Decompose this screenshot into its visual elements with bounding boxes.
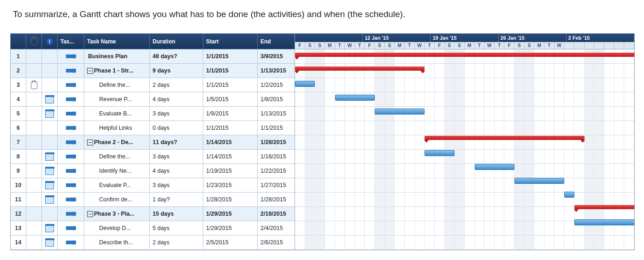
cell-duration[interactable]: 5 days — [150, 221, 203, 235]
cell-end[interactable]: 1/28/2015 — [258, 135, 295, 149]
col-end[interactable]: End — [258, 34, 295, 49]
cell-duration[interactable]: 2 days — [150, 236, 203, 249]
cell-name[interactable]: Phase 2 - De... — [84, 135, 150, 149]
cell-name[interactable]: Evaluate P... — [84, 178, 150, 192]
cell-end[interactable]: 2/4/2015 — [258, 221, 295, 235]
cell-end[interactable]: 1/28/2015 — [258, 193, 295, 206]
table-row[interactable]: 5 Evaluate B...3 days1/9/20151/13/2015 — [11, 107, 295, 121]
cell-end[interactable]: 1/13/2015 — [258, 107, 295, 121]
cell-start[interactable]: 1/1/2015 — [203, 121, 258, 135]
cell-start[interactable]: 1/28/2015 — [203, 193, 258, 206]
col-name[interactable]: Task Name — [84, 34, 150, 49]
table-row[interactable]: 14 Describe th...2 days2/5/20152/6/2015 — [11, 236, 295, 250]
task-bar[interactable] — [574, 219, 634, 225]
cell-end[interactable]: 2/18/2015 — [258, 207, 295, 221]
cell-start[interactable]: 1/29/2015 — [203, 221, 258, 235]
cell-name[interactable]: Business Plan — [84, 49, 150, 63]
summary-bar[interactable] — [295, 53, 634, 57]
cell-end[interactable]: 1/27/2015 — [258, 178, 295, 192]
cell-name[interactable]: Develop D... — [84, 221, 150, 235]
row-number: 1 — [11, 49, 26, 63]
table-row[interactable]: 1 Business Plan48 days?1/1/20153/9/2015 — [11, 49, 295, 64]
cell-name[interactable]: Helpful Links — [84, 121, 150, 135]
col-start[interactable]: Start — [203, 34, 258, 49]
day-header: T — [544, 42, 555, 49]
task-bar[interactable] — [564, 192, 574, 198]
table-row[interactable]: 3 Define the...2 days1/1/20151/2/2015 — [11, 78, 295, 92]
table-row[interactable]: 10 Evaluate P...3 days1/23/20151/27/2015 — [11, 178, 295, 193]
cell-name[interactable]: Identify Ne... — [84, 164, 150, 178]
cell-duration[interactable]: 3 days — [150, 150, 203, 163]
cell-start[interactable]: 1/14/2015 — [203, 135, 258, 149]
cell-start[interactable]: 1/19/2015 — [203, 164, 258, 178]
cell-end[interactable]: 1/22/2015 — [258, 164, 295, 178]
col-tas[interactable]: Tas... — [58, 34, 84, 49]
cell-duration[interactable]: 4 days — [150, 164, 203, 178]
task-bar[interactable] — [514, 178, 564, 184]
col-duration[interactable]: Duration — [150, 34, 203, 49]
table-row[interactable]: 7 Phase 2 - De...11 days?1/14/20151/28/2… — [11, 135, 295, 150]
row-number: 9 — [11, 164, 26, 178]
cell-end[interactable]: 1/2/2015 — [258, 78, 295, 92]
cell-start[interactable]: 1/1/2015 — [203, 78, 258, 92]
cell-end[interactable]: 1/13/2015 — [258, 64, 295, 78]
collapse-icon[interactable] — [87, 68, 93, 74]
cell-end[interactable]: 2/6/2015 — [258, 236, 295, 249]
cell-predecessor — [58, 49, 84, 63]
table-row[interactable]: 6 Helpful Links0 days1/1/20151/1/2015 — [11, 121, 295, 135]
table-row[interactable]: 8 Define the...3 days1/14/20151/16/2015 — [11, 150, 295, 164]
table-row[interactable]: 13 Develop D...5 days1/29/20152/4/2015 — [11, 221, 295, 236]
cell-start[interactable]: 1/14/2015 — [203, 150, 258, 163]
cell-start[interactable]: 1/29/2015 — [203, 207, 258, 221]
cell-name[interactable]: Evaluate B... — [84, 107, 150, 121]
summary-bar[interactable] — [574, 205, 634, 209]
cell-start[interactable]: 1/1/2015 — [203, 49, 258, 63]
cell-start[interactable]: 1/9/2015 — [203, 107, 258, 121]
cell-name[interactable]: Define the... — [84, 150, 150, 163]
cell-info — [42, 49, 58, 63]
cell-duration[interactable]: 11 days? — [150, 135, 203, 149]
summary-bar[interactable] — [295, 67, 425, 71]
cell-name[interactable]: Phase 1 - Str... — [84, 64, 150, 78]
day-header: F — [365, 42, 375, 49]
cell-end[interactable]: 3/9/2015 — [258, 49, 295, 63]
cell-duration[interactable]: 0 days — [150, 121, 203, 135]
task-bar[interactable] — [425, 150, 455, 156]
cell-duration[interactable]: 2 days — [150, 78, 203, 92]
cell-start[interactable]: 1/23/2015 — [203, 178, 258, 192]
cell-name[interactable]: Confirm de... — [84, 193, 150, 206]
table-row[interactable]: 9 Identify Ne...4 days1/19/20151/22/2015 — [11, 164, 295, 178]
cell-duration[interactable]: 9 days — [150, 64, 203, 78]
cell-name[interactable]: Define the... — [84, 78, 150, 92]
cell-name[interactable]: Revenue P... — [84, 92, 150, 106]
cell-start[interactable]: 2/5/2015 — [203, 236, 258, 249]
table-row[interactable]: 12 Phase 3 - Pla...15 days1/29/20152/18/… — [11, 207, 295, 221]
table-row[interactable]: 4 Revenue P...4 days1/5/20151/8/2015 — [11, 92, 295, 107]
task-bar[interactable] — [475, 164, 515, 170]
task-bar[interactable] — [335, 95, 375, 101]
cell-end[interactable]: 1/1/2015 — [258, 121, 295, 135]
cell-duration[interactable]: 3 days — [150, 107, 203, 121]
cell-duration[interactable]: 1 day? — [150, 193, 203, 206]
task-bar[interactable] — [375, 109, 425, 115]
cell-start[interactable]: 1/1/2015 — [203, 64, 258, 78]
cell-duration[interactable]: 3 days — [150, 178, 203, 192]
cell-duration[interactable]: 15 days — [150, 207, 203, 221]
table-row[interactable]: 11 Confirm de...1 day?1/28/20151/28/2015 — [11, 193, 295, 207]
cell-start[interactable]: 1/5/2015 — [203, 92, 258, 106]
table-row[interactable]: 2 Phase 1 - Str...9 days1/1/20151/13/201… — [11, 64, 295, 78]
cell-info — [42, 207, 58, 221]
summary-bar[interactable] — [425, 136, 584, 140]
cell-name[interactable]: Phase 3 - Pla... — [84, 207, 150, 221]
collapse-icon[interactable] — [87, 139, 93, 145]
day-header — [594, 42, 604, 49]
cell-end[interactable]: 1/16/2015 — [258, 150, 295, 163]
col-number — [11, 34, 26, 49]
day-header: T — [355, 42, 365, 49]
cell-name[interactable]: Describe th... — [84, 236, 150, 249]
cell-duration[interactable]: 48 days? — [150, 49, 203, 63]
task-bar[interactable] — [295, 81, 315, 87]
cell-duration[interactable]: 4 days — [150, 92, 203, 106]
cell-end[interactable]: 1/8/2015 — [258, 92, 295, 106]
collapse-icon[interactable] — [87, 211, 93, 217]
